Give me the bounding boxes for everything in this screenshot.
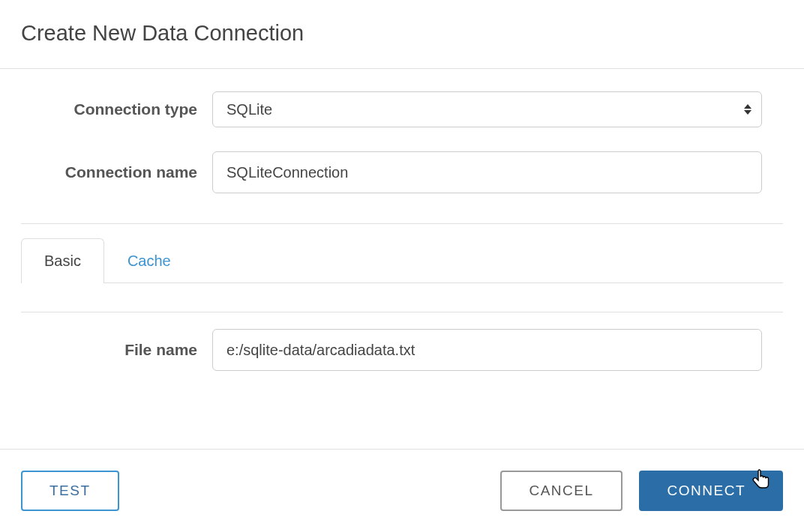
divider — [21, 223, 783, 224]
basic-tab-content: File name — [0, 312, 804, 401]
connection-name-input[interactable] — [212, 151, 762, 193]
top-form-section: Connection type SQLite Connection name — [0, 69, 804, 223]
connection-type-select-wrap: SQLite — [212, 91, 762, 127]
dialog-body: Connection type SQLite Connection name — [0, 69, 804, 449]
test-button[interactable]: TEST — [21, 471, 119, 511]
connection-type-select[interactable]: SQLite — [212, 91, 762, 127]
file-name-row: File name — [21, 329, 783, 371]
cancel-button[interactable]: CANCEL — [500, 471, 622, 511]
tab-cache[interactable]: Cache — [104, 238, 194, 283]
connection-type-control: SQLite — [212, 91, 783, 127]
connection-name-row: Connection name — [21, 151, 783, 193]
dialog-footer: TEST CANCEL CONNECT — [0, 449, 804, 532]
connection-name-label: Connection name — [21, 163, 212, 181]
file-name-input[interactable] — [212, 329, 762, 371]
dialog-title: Create New Data Connection — [21, 21, 783, 46]
file-name-label: File name — [21, 341, 212, 359]
connect-button[interactable]: CONNECT — [639, 471, 783, 511]
tab-basic[interactable]: Basic — [21, 238, 104, 283]
create-connection-dialog: Create New Data Connection Connection ty… — [0, 0, 804, 532]
file-name-control — [212, 329, 783, 371]
tabs: Basic Cache — [21, 238, 783, 283]
cursor-pointer-icon — [752, 469, 771, 495]
connection-name-control — [212, 151, 783, 193]
footer-right-group: CANCEL CONNECT — [500, 471, 783, 511]
connection-type-row: Connection type SQLite — [21, 91, 783, 127]
dialog-header: Create New Data Connection — [0, 0, 804, 69]
connection-type-label: Connection type — [21, 100, 212, 118]
tabs-container: Basic Cache — [0, 238, 804, 283]
connect-button-label: CONNECT — [668, 483, 746, 499]
